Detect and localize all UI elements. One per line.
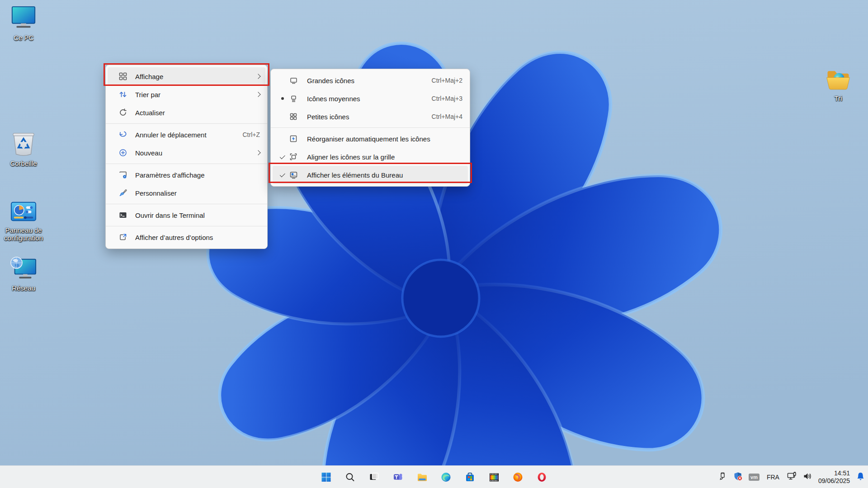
submenu-item-shortcut: Ctrl+Maj+4: [432, 113, 462, 120]
display-settings-icon: [118, 170, 128, 180]
submenu-item-reorganiser[interactable]: Réorganiser automatiquement les icônes: [273, 130, 468, 148]
menu-item-label: Paramètres d'affichage: [135, 171, 205, 179]
menu-separator: [106, 204, 267, 204]
large-icons-icon: [288, 75, 299, 85]
desktop-icon-label: Panneau de configuration: [0, 226, 47, 242]
taskbar-center-icons: [317, 466, 551, 488]
menu-item-affichage[interactable]: Affichage: [108, 67, 265, 85]
security-shield-icon[interactable]: [733, 472, 743, 483]
affichage-submenu: Grandes icônes Ctrl+Maj+2 Icônes moyenne…: [270, 69, 470, 187]
menu-item-shortcut: Ctrl+Z: [243, 131, 260, 138]
view-grid-icon: [118, 71, 128, 81]
opera-button[interactable]: [533, 468, 551, 486]
submenu-item-label: Icônes moyennes: [307, 95, 360, 103]
search-button[interactable]: [341, 468, 359, 486]
teams-button[interactable]: [389, 468, 407, 486]
network-computer-icon: [9, 256, 38, 283]
menu-item-trier-par[interactable]: Trier par: [108, 85, 265, 103]
folder-edge-icon: [825, 68, 851, 93]
file-explorer-button[interactable]: [413, 468, 431, 486]
auto-arrange-icon: [288, 134, 299, 144]
menu-separator: [106, 123, 267, 124]
menu-item-label: Personnaliser: [135, 189, 177, 197]
submenu-item-icones-moyennes[interactable]: Icônes moyennes Ctrl+Maj+3: [273, 89, 468, 108]
submenu-item-aligner-grille[interactable]: Aligner les icônes sur la grille: [273, 148, 468, 166]
vm-tools-icon[interactable]: vm: [749, 474, 760, 481]
submenu-item-label: Afficher les éléments du Bureau: [307, 171, 403, 179]
menu-item-annuler[interactable]: Annuler le déplacement Ctrl+Z: [108, 126, 265, 144]
language-indicator[interactable]: FRA: [765, 474, 781, 481]
clock-time: 14:51: [818, 469, 850, 477]
notification-bell-icon[interactable]: [856, 472, 865, 483]
start-button[interactable]: [317, 468, 335, 486]
desktop-context-menu: Affichage Trier par Actualiser: [105, 65, 268, 249]
terminal-icon: [118, 210, 128, 220]
refresh-icon: [118, 108, 128, 117]
submenu-item-shortcut: Ctrl+Maj+3: [432, 95, 462, 102]
selected-bullet: [277, 97, 288, 100]
firefox-button[interactable]: [509, 468, 527, 486]
new-plus-circle-icon: [118, 148, 128, 158]
usb-eject-icon[interactable]: [718, 472, 727, 483]
submenu-item-grandes-icones[interactable]: Grandes icônes Ctrl+Maj+2: [273, 71, 468, 89]
submenu-item-shortcut: Ctrl+Maj+2: [432, 77, 462, 84]
sort-arrows-icon: [118, 89, 128, 99]
taskbar-clock[interactable]: 14:51 09/06/2025: [818, 469, 850, 485]
desktop-icon-tri-folder[interactable]: Tri: [815, 68, 862, 102]
network-tray-icon[interactable]: [787, 471, 797, 483]
submenu-separator: [271, 127, 470, 128]
control-panel-icon: [9, 198, 38, 225]
menu-item-label: Affichage: [135, 73, 163, 80]
system-tray: vm FRA 14:51 09/06/2025: [718, 466, 865, 488]
desktop-icon-this-pc[interactable]: Ce PC: [0, 5, 47, 42]
menu-item-autres-options[interactable]: Afficher d’autres d’options: [108, 228, 265, 246]
edge-button[interactable]: [437, 468, 455, 486]
menu-separator: [106, 164, 267, 164]
taskbar: vm FRA 14:51 09/06/2025: [0, 465, 868, 488]
chevron-right-icon: [255, 92, 260, 97]
small-icons-icon: [288, 112, 299, 122]
submenu-item-label: Petites icônes: [307, 113, 349, 121]
desktop-icon-label: Réseau: [0, 284, 47, 292]
task-view-button[interactable]: [365, 468, 383, 486]
this-pc-icon: [9, 5, 38, 33]
menu-item-label: Afficher d’autres d’options: [135, 234, 213, 241]
menu-item-label: Ouvrir dans le Terminal: [135, 211, 205, 219]
desktop-icon-label: Corbeille: [0, 160, 47, 167]
volume-icon[interactable]: [802, 471, 812, 483]
checkmark-icon: [277, 155, 288, 158]
align-grid-icon: [288, 152, 299, 162]
desktop-icon-recycle-bin[interactable]: Corbeille: [0, 131, 47, 167]
show-desktop-items-icon: [288, 170, 299, 180]
submenu-item-afficher-elements[interactable]: Afficher les éléments du Bureau: [273, 166, 468, 184]
desktop-icon-control-panel[interactable]: Panneau de configuration: [0, 198, 47, 242]
submenu-item-label: Réorganiser automatiquement les icônes: [307, 135, 430, 143]
menu-separator: [106, 226, 267, 226]
movies-tv-button[interactable]: [485, 468, 503, 486]
menu-item-label: Annuler le déplacement: [135, 131, 207, 139]
undo-icon: [118, 130, 128, 140]
menu-item-actualiser[interactable]: Actualiser: [108, 103, 265, 122]
desktop-icon-label: Tri: [815, 94, 862, 102]
menu-item-nouveau[interactable]: Nouveau: [108, 144, 265, 162]
menu-item-terminal[interactable]: Ouvrir dans le Terminal: [108, 206, 265, 224]
menu-item-label: Trier par: [135, 91, 160, 99]
desktop-screen: Ce PC Corbeille Pannea: [0, 0, 868, 488]
submenu-item-label: Grandes icônes: [307, 77, 354, 84]
chevron-right-icon: [255, 150, 260, 155]
menu-item-label: Nouveau: [135, 149, 162, 157]
desktop-icon-label: Ce PC: [0, 34, 47, 42]
microsoft-store-button[interactable]: [461, 468, 479, 486]
menu-item-label: Actualiser: [135, 109, 165, 117]
menu-item-personnaliser[interactable]: Personnaliser: [108, 184, 265, 202]
clock-date: 09/06/2025: [818, 477, 850, 485]
medium-icons-icon: [288, 94, 299, 103]
menu-item-parametres-affichage[interactable]: Paramètres d'affichage: [108, 166, 265, 184]
more-options-icon: [118, 232, 128, 242]
personalize-brush-icon: [118, 188, 128, 198]
recycle-bin-icon: [9, 131, 38, 158]
desktop-icon-network[interactable]: Réseau: [0, 256, 47, 292]
submenu-item-petites-icones[interactable]: Petites icônes Ctrl+Maj+4: [273, 108, 468, 126]
checkmark-icon: [277, 174, 288, 176]
submenu-item-label: Aligner les icônes sur la grille: [307, 153, 395, 161]
